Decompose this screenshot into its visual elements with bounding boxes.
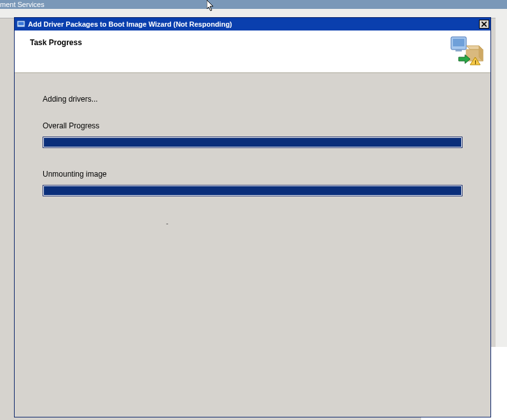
svg-rect-2 xyxy=(18,22,24,25)
wizard-content: Adding drivers... Overall Progress Unmou… xyxy=(15,73,490,417)
app-icon xyxy=(17,20,25,29)
close-icon xyxy=(482,22,487,27)
wizard-dialog: Add Driver Packages to Boot Image Wizard… xyxy=(14,17,491,417)
wizard-heading: Task Progress xyxy=(15,30,82,47)
svg-rect-6 xyxy=(453,39,464,46)
overall-progress-bar xyxy=(43,137,462,148)
stray-mark: - xyxy=(166,219,169,227)
dialog-title-text: Add Driver Packages to Boot Image Wizard… xyxy=(28,20,479,28)
dialog-titlebar[interactable]: Add Driver Packages to Boot Image Wizard… xyxy=(15,18,490,30)
parent-window-title-text: ment Services xyxy=(0,1,45,8)
close-button[interactable] xyxy=(479,20,489,29)
stage-progress-label: Unmounting image xyxy=(43,170,476,179)
stage-progress-fill xyxy=(44,186,461,195)
wizard-header: Task Progress ! xyxy=(15,30,490,73)
status-text: Adding drivers... xyxy=(43,95,476,104)
svg-rect-7 xyxy=(455,50,462,51)
overall-progress-label: Overall Progress xyxy=(43,121,476,130)
wizard-graphic-icon: ! xyxy=(450,36,484,66)
parent-window-titlebar: ment Services xyxy=(0,0,507,9)
svg-text:!: ! xyxy=(475,59,476,65)
stage-progress-bar xyxy=(43,185,462,196)
overall-progress-fill xyxy=(44,138,461,147)
